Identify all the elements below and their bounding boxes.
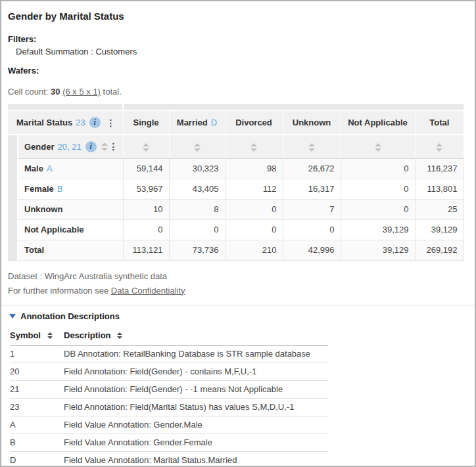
annotation-ref[interactable]: A xyxy=(47,164,53,173)
symbol-column-header[interactable]: Symbol xyxy=(10,328,64,345)
cell-count-breakdown-link[interactable]: (6 x 5 x 1) xyxy=(62,87,101,97)
annotation-symbol: A xyxy=(10,416,64,434)
page-title: Gender by Marital Status xyxy=(8,11,468,22)
kebab-menu-icon[interactable]: ⋮ xyxy=(106,117,116,129)
annotation-section-toggle[interactable]: Annotation Descriptions xyxy=(9,311,468,321)
annotation-section-title: Annotation Descriptions xyxy=(20,311,120,321)
data-cell: 39,129 xyxy=(341,219,415,240)
row-label: MaleA xyxy=(18,158,123,179)
annotation-symbol: D xyxy=(10,451,64,467)
annotation-description: DB Annotation: RetailBanking Database is… xyxy=(64,345,328,363)
spacer-cell xyxy=(123,104,464,110)
row-label: Not Applicable xyxy=(18,219,123,240)
annotation-description: Field Annotation: Field(Gender) - -1 mea… xyxy=(64,380,328,398)
annotation-row: D Field Value Annotation: Marital Status… xyxy=(10,451,328,467)
data-cell: 113,121 xyxy=(123,240,169,260)
spacer-cell xyxy=(8,104,123,110)
column-header-single: Single xyxy=(123,110,169,135)
annotation-row: B Field Value Annotation: Gender.Female xyxy=(10,434,328,451)
annotation-row: 21 Field Annotation: Field(Gender) - -1 … xyxy=(10,380,328,398)
column-header-not-applicable: Not Applicable xyxy=(341,110,415,135)
report-page: Gender by Marital Status Filters: Defaul… xyxy=(0,0,476,467)
row-label: Total xyxy=(18,240,123,260)
sort-icon[interactable] xyxy=(143,143,149,152)
column-header-married: MarriedD xyxy=(169,110,225,135)
row-label: Unknown xyxy=(18,199,123,219)
data-cell: 16,317 xyxy=(283,179,341,199)
sort-cell-unknown xyxy=(283,135,341,158)
annotation-symbol: 1 xyxy=(10,345,64,363)
data-cell: 73,736 xyxy=(169,240,225,260)
row-header-strip xyxy=(8,135,18,260)
table-row-not-applicable: Not Applicable 0 0 0 0 39,129 39,129 xyxy=(8,219,464,240)
data-cell: 39,129 xyxy=(341,240,415,260)
cell-count-suffix: total. xyxy=(103,87,122,97)
sort-cell-single xyxy=(123,135,169,158)
sort-icon[interactable] xyxy=(250,143,257,152)
column-dimension-label: Marital Status xyxy=(16,118,72,127)
row-label: FemaleB xyxy=(18,179,123,199)
cell-count-prefix: Cell count: xyxy=(8,87,48,97)
column-header-divorced: Divorced xyxy=(225,110,283,135)
sort-cell-married xyxy=(169,135,225,158)
collapse-triangle-icon[interactable] xyxy=(9,314,16,319)
sort-icon[interactable] xyxy=(101,143,108,151)
cell-count-value: 30 xyxy=(51,87,60,97)
data-cell: 26,672 xyxy=(283,158,341,179)
data-confidentiality-link[interactable]: Data Confidentiality xyxy=(111,286,185,296)
sort-cell-not-applicable xyxy=(341,135,415,158)
data-cell: 112 xyxy=(225,179,283,199)
data-cell: 7 xyxy=(283,199,341,219)
data-cell: 113,801 xyxy=(415,179,464,199)
data-cell: 0 xyxy=(225,199,283,219)
annotation-ref[interactable]: B xyxy=(57,184,63,194)
sort-icon[interactable] xyxy=(47,332,53,339)
annotation-symbol: 23 xyxy=(10,398,64,416)
data-cell: 269,192 xyxy=(415,240,464,260)
data-cell: 210 xyxy=(225,240,283,260)
data-cell: 116,237 xyxy=(415,158,464,179)
table-row-total: Total 113,121 73,736 210 42,996 39,129 2… xyxy=(8,240,464,260)
kebab-menu-icon[interactable]: ⋮ xyxy=(108,141,119,152)
annotation-ref[interactable]: D xyxy=(211,118,217,127)
dataset-line: Dataset : WingArc Australia synthetic da… xyxy=(8,269,468,284)
filters-label: Filters: xyxy=(8,34,468,44)
sort-icon[interactable] xyxy=(375,143,381,152)
annotation-ref[interactable]: 23 xyxy=(76,118,85,127)
cell-count-line: Cell count: 30 (6 x 5 x 1) total. xyxy=(8,87,468,97)
sort-icon[interactable] xyxy=(194,143,201,152)
data-cell: 0 xyxy=(123,219,169,240)
annotation-ref[interactable]: 20, 21 xyxy=(58,142,82,152)
data-cell: 59,144 xyxy=(123,158,169,179)
data-cell: 8 xyxy=(169,199,225,219)
sort-cell-divorced xyxy=(225,135,283,158)
annotation-row: 20 Field Annotation: Field(Gender) - con… xyxy=(10,363,328,380)
description-column-header[interactable]: Description xyxy=(64,328,328,345)
column-header-unknown: Unknown xyxy=(283,110,341,135)
annotation-row: A Field Value Annotation: Gender.Male xyxy=(10,416,328,434)
data-cell: 98 xyxy=(225,158,283,179)
filter-item: Default Summation : Customers xyxy=(16,47,468,56)
info-icon[interactable]: i xyxy=(85,141,97,152)
data-cell: 0 xyxy=(341,199,415,219)
row-dimension-label: Gender xyxy=(24,142,55,152)
annotation-description: Field Annotation: Field(Marital Status) … xyxy=(64,398,328,416)
row-dimension-and-sort-row: Gender 20, 21 i ⋮ xyxy=(8,135,464,158)
column-header-total: Total xyxy=(415,110,464,135)
sort-icon[interactable] xyxy=(117,332,122,339)
confidentiality-line: For further information see Data Confide… xyxy=(8,284,468,298)
info-icon[interactable]: i xyxy=(89,117,101,128)
data-cell: 53,967 xyxy=(123,179,169,199)
annotation-row: 1 DB Annotation: RetailBanking Database … xyxy=(10,345,328,363)
row-dimension-cell[interactable]: Gender 20, 21 i ⋮ xyxy=(18,135,123,158)
annotations-header-row: Symbol Description xyxy=(10,328,328,345)
annotation-description: Field Annotation: Field(Gender) - contai… xyxy=(64,363,328,380)
data-cell: 30,323 xyxy=(169,158,225,179)
sort-icon[interactable] xyxy=(436,143,442,152)
data-cell: 43,405 xyxy=(169,179,225,199)
table-top-spacer xyxy=(8,104,464,110)
column-dimension-cell[interactable]: Marital Status 23 i ⋮ xyxy=(8,110,123,135)
sort-icon[interactable] xyxy=(308,143,315,152)
data-cell: 0 xyxy=(169,219,225,240)
annotation-description: Field Value Annotation: Gender.Female xyxy=(64,434,328,451)
